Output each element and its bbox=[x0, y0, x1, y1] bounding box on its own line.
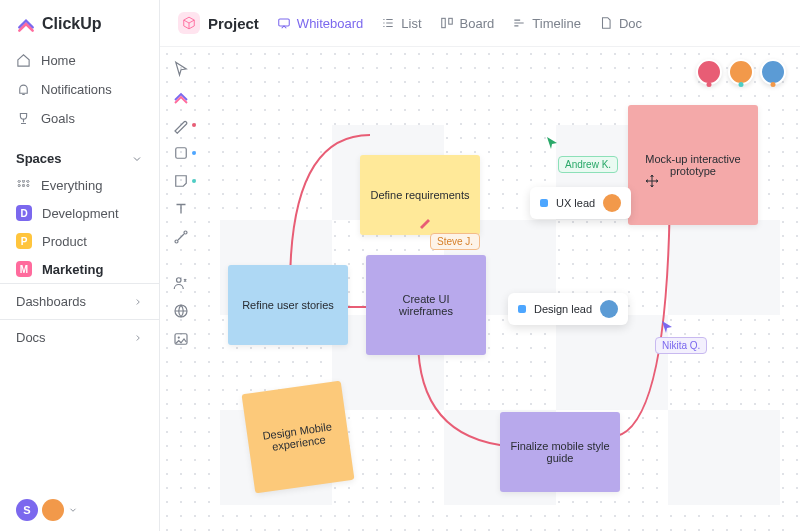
nav-docs[interactable]: Docs bbox=[0, 319, 159, 355]
space-letter-d: D bbox=[16, 205, 32, 221]
whiteboard-canvas[interactable]: Define requirements Refine user stories … bbox=[160, 47, 800, 531]
space-product[interactable]: P Product bbox=[0, 227, 159, 255]
svg-rect-13 bbox=[441, 18, 445, 27]
whiteboard-toolbar bbox=[168, 56, 194, 352]
tool-web[interactable] bbox=[172, 302, 190, 320]
chevron-right-icon bbox=[133, 333, 143, 343]
view-whiteboard[interactable]: Whiteboard bbox=[277, 16, 363, 31]
view-whiteboard-label: Whiteboard bbox=[297, 16, 363, 31]
card-ux-lead-label: UX lead bbox=[556, 197, 595, 209]
main: Project Whiteboard List Board Timeline D… bbox=[160, 0, 800, 531]
user-avatar-2 bbox=[42, 499, 64, 521]
svg-point-9 bbox=[18, 184, 21, 187]
svg-point-11 bbox=[27, 184, 30, 187]
chevron-down-icon bbox=[131, 153, 143, 165]
space-marketing-label: Marketing bbox=[42, 262, 103, 277]
tool-people[interactable] bbox=[172, 274, 190, 292]
tool-shape[interactable] bbox=[172, 144, 190, 162]
assignee-avatar bbox=[603, 194, 621, 212]
tool-connector[interactable] bbox=[172, 228, 190, 246]
tool-clickup-icon[interactable] bbox=[172, 88, 190, 106]
tool-text[interactable] bbox=[172, 200, 190, 218]
tool-pen[interactable] bbox=[172, 116, 190, 134]
space-everything[interactable]: Everything bbox=[0, 172, 159, 199]
topbar: Project Whiteboard List Board Timeline D… bbox=[160, 0, 800, 47]
brand-name: ClickUp bbox=[42, 15, 102, 33]
nav-dashboards-label: Dashboards bbox=[16, 294, 86, 309]
space-letter-m: M bbox=[16, 261, 32, 277]
svg-point-17 bbox=[184, 231, 187, 234]
svg-point-18 bbox=[177, 278, 182, 283]
spaces-header[interactable]: Spaces bbox=[0, 141, 159, 172]
user-row[interactable]: S bbox=[0, 489, 159, 531]
svg-point-21 bbox=[178, 336, 180, 338]
project-name: Project bbox=[208, 15, 259, 32]
nav-notifications-label: Notifications bbox=[41, 82, 112, 97]
space-everything-label: Everything bbox=[41, 178, 102, 193]
status-dot bbox=[518, 305, 526, 313]
collaborators bbox=[696, 59, 786, 85]
chevron-down-icon bbox=[68, 505, 78, 515]
view-timeline[interactable]: Timeline bbox=[512, 16, 581, 31]
nav-home[interactable]: Home bbox=[0, 46, 159, 75]
collaborator-cursor-purple bbox=[660, 319, 674, 335]
svg-point-16 bbox=[175, 240, 178, 243]
sticky-mockup-prototype[interactable]: Mock-up interactive prototype bbox=[628, 105, 758, 225]
assignee-avatar bbox=[600, 300, 618, 318]
pencil-icon bbox=[418, 215, 432, 231]
home-icon bbox=[16, 53, 31, 68]
spaces-header-label: Spaces bbox=[16, 151, 62, 166]
sticky-design-mobile[interactable]: Design Mobile experience bbox=[242, 381, 355, 494]
card-design-lead-label: Design lead bbox=[534, 303, 592, 315]
list-icon bbox=[381, 16, 395, 30]
svg-point-6 bbox=[18, 180, 21, 183]
logo[interactable]: ClickUp bbox=[0, 0, 159, 44]
primary-nav: Home Notifications Goals bbox=[0, 44, 159, 141]
sticky-refine-user-stories[interactable]: Refine user stories bbox=[228, 265, 348, 345]
svg-point-7 bbox=[22, 180, 25, 183]
nav-notifications[interactable]: Notifications bbox=[0, 75, 159, 104]
bell-icon bbox=[16, 82, 31, 97]
collaborator-tag-nikita: Nikita Q. bbox=[655, 337, 707, 354]
tool-sticky[interactable] bbox=[172, 172, 190, 190]
move-icon bbox=[644, 173, 660, 189]
user-avatar: S bbox=[16, 499, 38, 521]
board-icon bbox=[440, 16, 454, 30]
space-product-label: Product bbox=[42, 234, 87, 249]
nav-goals-label: Goals bbox=[41, 111, 75, 126]
view-doc-label: Doc bbox=[619, 16, 642, 31]
view-board-label: Board bbox=[460, 16, 495, 31]
clickup-logo-icon bbox=[16, 14, 36, 34]
timeline-icon bbox=[512, 16, 526, 30]
tool-pointer[interactable] bbox=[172, 60, 190, 78]
space-marketing[interactable]: M Marketing bbox=[0, 255, 159, 283]
grid-icon bbox=[16, 178, 31, 193]
project-header[interactable]: Project bbox=[178, 12, 259, 34]
collaborator-avatar-3[interactable] bbox=[760, 59, 786, 85]
view-list[interactable]: List bbox=[381, 16, 421, 31]
space-letter-p: P bbox=[16, 233, 32, 249]
nav-docs-label: Docs bbox=[16, 330, 46, 345]
svg-rect-12 bbox=[279, 19, 290, 26]
collaborator-cursor-green bbox=[545, 135, 559, 151]
view-board[interactable]: Board bbox=[440, 16, 495, 31]
whiteboard-icon bbox=[277, 16, 291, 30]
sidebar: ClickUp Home Notifications Goals Spaces … bbox=[0, 0, 160, 531]
nav-goals[interactable]: Goals bbox=[0, 104, 159, 133]
svg-rect-15 bbox=[176, 148, 187, 159]
tool-image[interactable] bbox=[172, 330, 190, 348]
collaborator-avatar-1[interactable] bbox=[696, 59, 722, 85]
svg-point-8 bbox=[27, 180, 30, 183]
view-list-label: List bbox=[401, 16, 421, 31]
nav-dashboards[interactable]: Dashboards bbox=[0, 283, 159, 319]
collaborator-tag-andrew: Andrew K. bbox=[558, 156, 618, 173]
card-design-lead[interactable]: Design lead bbox=[508, 293, 628, 325]
sticky-create-ui-wireframes[interactable]: Create UI wireframes bbox=[366, 255, 486, 355]
status-dot bbox=[540, 199, 548, 207]
card-ux-lead[interactable]: UX lead bbox=[530, 187, 631, 219]
collaborator-avatar-2[interactable] bbox=[728, 59, 754, 85]
sticky-finalize-style-guide[interactable]: Finalize mobile style guide bbox=[500, 412, 620, 492]
space-development[interactable]: D Development bbox=[0, 199, 159, 227]
nav-home-label: Home bbox=[41, 53, 76, 68]
view-doc[interactable]: Doc bbox=[599, 16, 642, 31]
